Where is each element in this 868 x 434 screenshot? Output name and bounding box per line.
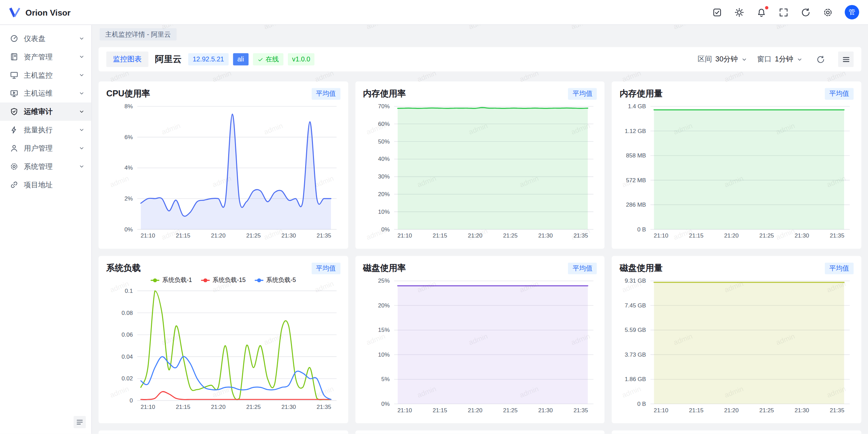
svg-text:0.08: 0.08: [121, 309, 133, 316]
legend-marker-icon: [151, 280, 159, 281]
window-select[interactable]: 窗口 1分钟: [757, 54, 803, 64]
legend-item[interactable]: 系统负载-15: [201, 276, 245, 284]
sidebar-item-label: 主机监控: [24, 70, 73, 80]
chart-title: 内存使用量: [619, 88, 663, 100]
svg-text:21:30: 21:30: [795, 407, 809, 414]
svg-text:858 MB: 858 MB: [626, 152, 646, 159]
svg-text:21:35: 21:35: [317, 403, 331, 410]
sidebar-item-label: 仪表盘: [24, 34, 73, 43]
breadcrumb: 主机监控详情 - 阿里云: [100, 28, 176, 40]
reload-icon[interactable]: [801, 7, 810, 17]
svg-text:10%: 10%: [378, 351, 390, 358]
avg-value-badge[interactable]: 平均值: [568, 263, 597, 274]
svg-text:0.02: 0.02: [121, 375, 133, 382]
avg-value-badge[interactable]: 平均值: [825, 263, 854, 274]
monitor-icon: [10, 71, 18, 79]
svg-text:70%: 70%: [378, 103, 390, 110]
chevron-down-icon: [79, 90, 85, 96]
interval-select[interactable]: 区间 30分钟: [698, 54, 747, 64]
svg-text:1.86 GB: 1.86 GB: [625, 376, 646, 382]
host-header-card: 监控图表 阿里云 12.92.5.21ali在线v1.0.0 区间 30分钟 窗…: [99, 47, 862, 72]
legend-label: 系统负载-1: [162, 276, 192, 284]
chevron-down-icon: [79, 54, 85, 60]
legend-item[interactable]: 系统负载-5: [255, 276, 296, 284]
sidebar-item-4[interactable]: 主机运维: [0, 84, 91, 102]
chevron-down-icon: [796, 56, 803, 62]
chart-layout-button[interactable]: [838, 52, 854, 67]
chart-card-partial-3: [612, 431, 862, 434]
svg-text:21:30: 21:30: [538, 232, 553, 239]
sidebar-item-3[interactable]: 主机监控: [0, 66, 91, 84]
avg-value-badge[interactable]: 平均值: [312, 88, 340, 100]
host-header-right: 区间 30分钟 窗口 1分钟: [698, 52, 854, 67]
sidebar-item-8[interactable]: 系统管理: [0, 157, 91, 176]
brand[interactable]: Orion Visor: [9, 6, 71, 18]
chart-plot: 0%10%20%30%40%50%60%70%21:1021:1521:2021…: [363, 100, 596, 241]
host-tag-1: 12.92.5.21: [188, 53, 229, 65]
avg-value-badge[interactable]: 平均值: [825, 88, 854, 100]
notifications-bell-icon[interactable]: [757, 7, 766, 17]
chart-plot: 0%2%4%6%8%21:1021:1521:2021:2521:3021:35: [106, 100, 340, 241]
topbar-actions: [712, 7, 832, 17]
tasks-icon[interactable]: [712, 7, 722, 17]
sidebar-item-2[interactable]: 资产管理: [0, 48, 91, 66]
avatar[interactable]: 管: [845, 5, 859, 19]
svg-text:21:30: 21:30: [538, 407, 553, 414]
chart-card-1: CPU使用率平均值0%2%4%6%8%21:1021:1521:2021:252…: [99, 81, 348, 249]
chart-card-partial-2: [355, 431, 605, 434]
svg-text:6%: 6%: [124, 134, 133, 140]
svg-text:1.4 GB: 1.4 GB: [628, 103, 646, 110]
sidebar-item-9[interactable]: 项目地址: [0, 176, 91, 194]
svg-text:21:10: 21:10: [141, 232, 155, 239]
svg-text:21:10: 21:10: [397, 232, 412, 239]
svg-text:21:25: 21:25: [760, 407, 774, 414]
svg-text:15%: 15%: [378, 326, 390, 333]
sidebar-item-1[interactable]: 仪表盘: [0, 30, 91, 48]
sidebar-item-5[interactable]: 运维审计: [0, 102, 91, 121]
svg-text:21:15: 21:15: [176, 403, 190, 410]
chevron-down-icon: [79, 127, 85, 133]
svg-text:21:35: 21:35: [317, 232, 331, 239]
sidebar-item-label: 运维审计: [24, 107, 73, 116]
svg-text:40%: 40%: [378, 155, 390, 162]
svg-text:0: 0: [130, 397, 133, 404]
svg-text:0%: 0%: [381, 400, 390, 407]
svg-text:21:10: 21:10: [397, 407, 412, 414]
svg-text:0%: 0%: [381, 226, 390, 233]
fullscreen-icon[interactable]: [779, 7, 788, 17]
host-header-left: 监控图表 阿里云 12.92.5.21ali在线v1.0.0: [106, 52, 315, 67]
audit-icon: [10, 108, 18, 116]
svg-text:20%: 20%: [378, 191, 390, 197]
sidebar-item-label: 资产管理: [24, 52, 73, 62]
svg-text:3.73 GB: 3.73 GB: [625, 351, 646, 358]
user-icon: [10, 144, 18, 152]
settings-gear-icon[interactable]: [823, 7, 833, 17]
refresh-charts-button[interactable]: [813, 52, 828, 67]
chart-head: 内存使用量平均值: [619, 88, 853, 100]
svg-text:21:15: 21:15: [689, 232, 704, 239]
svg-text:21:35: 21:35: [830, 232, 845, 239]
svg-text:21:20: 21:20: [211, 403, 225, 410]
chart-title: 磁盘使用量: [619, 263, 663, 274]
collapse-sidebar-button[interactable]: [74, 416, 86, 429]
svg-text:30%: 30%: [378, 173, 390, 180]
chevron-down-icon: [79, 109, 85, 115]
svg-text:21:10: 21:10: [654, 407, 669, 414]
avg-value-badge[interactable]: 平均值: [312, 263, 340, 274]
svg-text:21:30: 21:30: [281, 232, 296, 239]
theme-toggle-icon[interactable]: [735, 7, 744, 17]
ops-icon: [10, 89, 18, 97]
sidebar-item-6[interactable]: 批量执行: [0, 121, 91, 139]
orion-visor-logo-icon: [9, 6, 21, 18]
sidebar-item-7[interactable]: 用户管理: [0, 139, 91, 157]
monitor-chart-button[interactable]: 监控图表: [106, 52, 148, 67]
chart-card-2: 内存使用率平均值0%10%20%30%40%50%60%70%21:1021:1…: [355, 81, 605, 249]
notification-badge: [765, 6, 768, 9]
svg-text:21:10: 21:10: [654, 232, 669, 239]
legend-item[interactable]: 系统负载-1: [151, 276, 192, 284]
chart-head: 磁盘使用率平均值: [363, 263, 597, 274]
avg-value-badge[interactable]: 平均值: [568, 88, 597, 100]
sidebar-item-label: 批量执行: [24, 125, 73, 135]
svg-text:0.04: 0.04: [121, 353, 133, 360]
svg-text:21:20: 21:20: [724, 232, 739, 239]
